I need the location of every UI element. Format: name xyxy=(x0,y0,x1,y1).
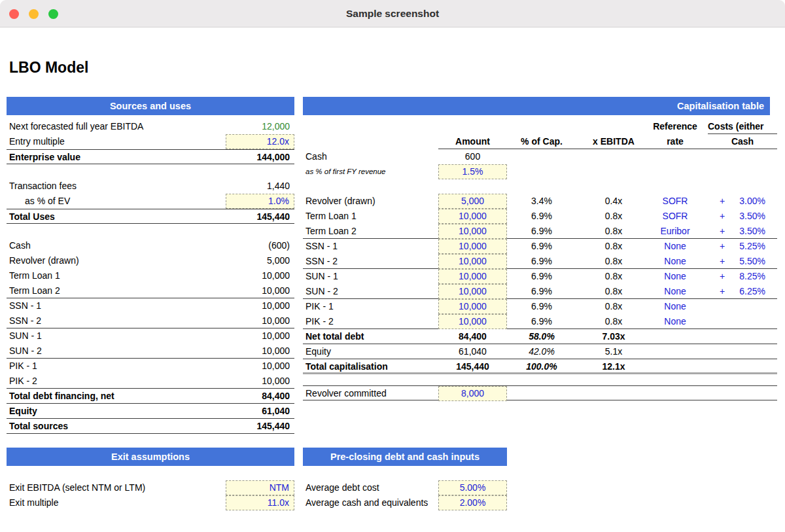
cap-table-row: Revolver committed 8,000 xyxy=(303,385,777,400)
section-header-pre-closing: Pre-closing debt and cash inputs xyxy=(303,448,507,466)
table-row: PIK - 1 10,000 xyxy=(7,359,294,374)
row-value-cell: 10,000 xyxy=(226,313,294,328)
row-label: Next forecasted full year EBITDA xyxy=(7,119,143,134)
pct-of-cap-cell: 6.9% xyxy=(514,239,570,254)
table-row: Total Uses 145,440 xyxy=(7,209,294,224)
table-row: Exit multiple 11.0x xyxy=(7,495,294,510)
amount-cell[interactable]: 10,000 xyxy=(438,224,507,239)
column-header-costs: Costs (either xyxy=(708,119,764,134)
amount-cell[interactable]: 10,000 xyxy=(438,239,507,254)
cost-rate: 8.25% xyxy=(739,269,765,284)
row-label: Net total debt xyxy=(305,329,364,344)
cost-rate: 3.00% xyxy=(739,194,765,209)
table-row: Enterprise value 144,000 xyxy=(7,149,294,164)
cost-plus-sign: + xyxy=(720,224,725,239)
row-label: Term Loan 2 xyxy=(7,283,60,298)
cost-rate: 6.25% xyxy=(739,284,765,299)
pct-of-cap-cell: 6.9% xyxy=(514,269,570,284)
cap-table-row: SUN - 1 10,000 6.9% 0.8x None +8.25% xyxy=(303,269,777,284)
row-value-cell: 12,000 xyxy=(226,119,294,134)
cap-table-row: Term Loan 2 10,000 6.9% 0.8x Euribor +3.… xyxy=(303,224,777,239)
amount-cell: 145,440 xyxy=(438,359,507,374)
row-label xyxy=(7,164,9,179)
capitalisation-table-section: Capitalisation table Reference Costs (ei… xyxy=(303,97,777,400)
row-label: SUN - 1 xyxy=(305,269,338,284)
row-label: PIK - 1 xyxy=(7,359,37,374)
column-header-x-ebitda: x EBITDA xyxy=(585,134,642,149)
window-titlebar: Sample screenshot xyxy=(0,0,785,27)
cap-table-row: SUN - 2 10,000 6.9% 0.8x None +6.25% xyxy=(303,284,777,299)
amount-cell[interactable]: 8,000 xyxy=(438,386,507,401)
row-value-cell[interactable]: 1.0% xyxy=(226,194,294,209)
row-label: Revolver (drawn) xyxy=(7,253,79,268)
row-label: Term Loan 2 xyxy=(305,224,357,239)
column-header-pct-of-cap: % of Cap. xyxy=(514,134,570,149)
row-label: PIK - 2 xyxy=(305,314,334,329)
table-row xyxy=(7,164,294,179)
column-header-reference: Reference xyxy=(647,119,703,134)
table-row: SUN - 2 10,000 xyxy=(7,344,294,359)
x-ebitda-cell: 0.8x xyxy=(585,209,642,224)
reference-rate-cell: None xyxy=(647,239,703,254)
table-row: PIK - 2 10,000 xyxy=(7,374,294,389)
row-label: Revolver committed xyxy=(305,386,387,401)
amount-cell[interactable]: 10,000 xyxy=(438,284,507,299)
cap-table-header-row-1: Reference Costs (either xyxy=(303,119,777,134)
row-value-cell: 1,440 xyxy=(226,179,294,194)
amount-cell[interactable]: 10,000 xyxy=(438,254,507,269)
pct-of-cap-cell: 3.4% xyxy=(514,194,570,209)
pct-of-cap-cell: 6.9% xyxy=(514,224,570,239)
table-row: Entry multiple 12.0x xyxy=(7,134,294,149)
cost-plus-sign: + xyxy=(720,269,725,284)
row-value-cell: 145,440 xyxy=(226,419,294,433)
row-value-cell: 10,000 xyxy=(226,328,294,344)
cost-cell: +8.25% xyxy=(720,269,765,284)
amount-cell[interactable]: 10,000 xyxy=(438,269,507,284)
amount-cell[interactable]: 10,000 xyxy=(438,314,507,329)
cap-table-row: Total capitalisation 145,440 100.0% 12.1… xyxy=(303,359,777,374)
row-label: Enterprise value xyxy=(7,150,80,164)
amount-cell[interactable]: 5,000 xyxy=(438,194,507,209)
amount-cell[interactable]: 10,000 xyxy=(438,209,507,224)
column-header-rate: rate xyxy=(647,134,703,149)
row-value-cell[interactable]: 12.0x xyxy=(226,134,294,149)
x-ebitda-cell: 0.8x xyxy=(585,269,642,284)
table-row: SUN - 1 10,000 xyxy=(7,328,294,344)
row-value-cell: 145,440 xyxy=(226,209,294,223)
amount-cell: 84,400 xyxy=(438,329,507,344)
cost-cell: +5.50% xyxy=(720,254,765,269)
row-label: Cash xyxy=(7,238,31,253)
cost-cell: +5.25% xyxy=(720,239,765,254)
amount-cell[interactable]: 10,000 xyxy=(438,299,507,314)
row-label: Total sources xyxy=(7,419,68,433)
pct-of-cap-cell: 6.9% xyxy=(514,209,570,224)
row-value-cell[interactable]: 5.00% xyxy=(438,480,507,495)
row-label: Total capitalisation xyxy=(305,359,388,374)
pct-of-cap-cell: 6.9% xyxy=(514,299,570,314)
row-value-cell: 10,000 xyxy=(226,298,294,313)
cost-plus-sign: + xyxy=(720,284,725,299)
cost-cell: +3.00% xyxy=(720,194,765,209)
row-label: Exit EBITDA (select NTM or LTM) xyxy=(7,480,145,495)
row-value-cell: 5,000 xyxy=(226,253,294,268)
row-value-cell: 144,000 xyxy=(226,150,294,164)
spacer xyxy=(7,466,294,480)
row-label: SSN - 2 xyxy=(7,313,41,328)
row-label: Term Loan 1 xyxy=(7,268,60,283)
row-value-cell[interactable]: 11.0x xyxy=(226,495,294,510)
reference-rate-cell: None xyxy=(647,254,703,269)
table-row: Term Loan 2 10,000 xyxy=(7,283,294,298)
row-label: Exit multiple xyxy=(7,495,58,510)
row-label: Equity xyxy=(305,344,331,359)
x-ebitda-cell: 0.8x xyxy=(585,239,642,254)
row-label: SUN - 1 xyxy=(7,328,42,344)
row-label: Revolver (drawn) xyxy=(305,194,375,209)
row-label: PIK - 1 xyxy=(305,299,334,314)
row-label: SUN - 2 xyxy=(7,344,42,358)
section-header-exit-assumptions: Exit assumptions xyxy=(7,448,294,466)
cost-plus-sign: + xyxy=(720,194,725,209)
row-value-cell[interactable]: NTM xyxy=(226,480,294,495)
row-value-cell[interactable]: 2.00% xyxy=(438,495,507,510)
row-label: SSN - 1 xyxy=(7,298,41,313)
amount-cell[interactable]: 1.5% xyxy=(438,164,507,179)
